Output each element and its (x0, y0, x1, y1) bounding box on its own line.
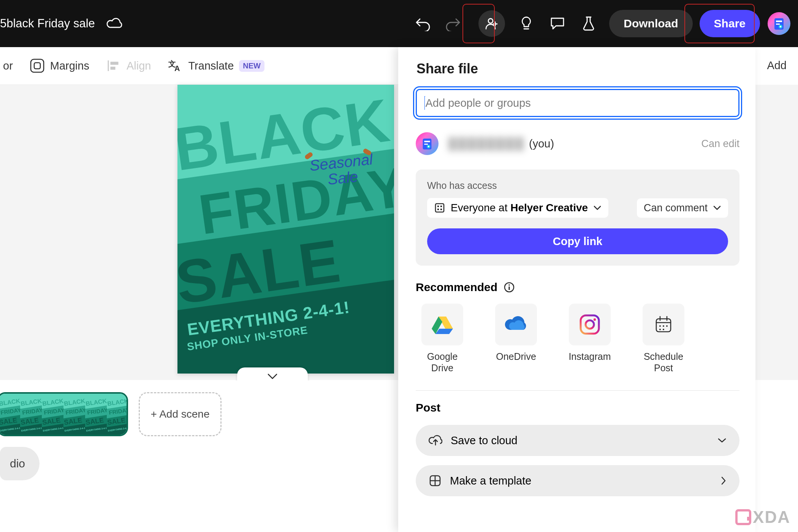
user-avatar[interactable] (768, 12, 790, 35)
svg-point-48 (663, 329, 664, 330)
svg-rect-2 (776, 21, 782, 22)
poster-canvas[interactable]: BLACK FRIDAY SALE EVERYTHING 2-4-1! SHOP… (177, 85, 394, 374)
svg-rect-29 (437, 209, 439, 210)
svg-rect-3 (776, 24, 780, 25)
redo-button[interactable] (445, 16, 461, 31)
toolbar-margins[interactable]: Margins (30, 58, 89, 73)
toolbar-translate-label: Translate (188, 60, 234, 72)
svg-point-47 (659, 329, 661, 330)
highlight-invite (462, 4, 495, 43)
svg-point-5 (780, 26, 781, 27)
toolbar-align: Align (106, 58, 151, 73)
post-save-cloud[interactable]: Save to cloud (416, 425, 739, 456)
post-make-template[interactable]: Make a template (416, 465, 739, 496)
rec-google-drive[interactable]: Google Drive (416, 304, 469, 374)
svg-rect-33 (508, 287, 510, 290)
svg-rect-6 (31, 59, 44, 72)
svg-point-32 (508, 284, 510, 286)
top-bar: 5black Friday sale (0, 0, 798, 47)
svg-rect-23 (424, 144, 428, 145)
org-access-dropdown[interactable]: Everyone at Helyer Creative (427, 198, 608, 218)
share-input[interactable] (416, 89, 739, 117)
document-title[interactable]: 5black Friday sale (0, 17, 95, 30)
svg-rect-7 (34, 63, 40, 69)
beaker-icon[interactable] (579, 14, 598, 33)
svg-point-39 (594, 318, 596, 321)
owner-avatar (416, 132, 439, 155)
comment-icon[interactable] (548, 14, 567, 33)
rec-onedrive[interactable]: OneDrive (489, 304, 543, 374)
post-section-title: Post (416, 401, 739, 414)
svg-point-46 (666, 325, 668, 327)
svg-point-38 (586, 320, 594, 329)
undo-button[interactable] (415, 16, 431, 31)
access-title: Who has access (427, 180, 728, 191)
svg-rect-26 (435, 204, 444, 212)
svg-rect-22 (424, 141, 430, 142)
svg-rect-37 (581, 315, 599, 334)
access-permission-dropdown[interactable]: Can comment (637, 198, 728, 218)
add-scene-button[interactable]: + Add scene (139, 392, 222, 436)
info-icon[interactable] (504, 282, 515, 293)
download-button[interactable]: Download (609, 10, 692, 37)
chevron-down-icon (717, 437, 727, 443)
scene-thumbnail[interactable]: BLACK FRIDAY SALE EVERYTHING 2-4-1! (0, 392, 128, 436)
highlight-share (684, 4, 755, 43)
chevron-right-icon (720, 476, 727, 485)
xda-watermark: XDA (735, 508, 790, 527)
svg-rect-27 (437, 206, 439, 207)
copy-link-button[interactable]: Copy link (427, 228, 728, 254)
owner-you-label: (you) (529, 138, 554, 150)
owner-permission: Can edit (701, 138, 739, 150)
share-panel-title: Share file (416, 61, 739, 77)
new-badge: NEW (239, 60, 264, 72)
rec-instagram[interactable]: Instagram (563, 304, 616, 374)
svg-rect-9 (111, 62, 118, 65)
share-panel: Share file ████████ (you) Can edit Wh (398, 47, 755, 532)
svg-rect-28 (440, 206, 442, 207)
toolbar-translate[interactable]: 文A Translate NEW (168, 58, 264, 73)
owner-row: ████████ (you) Can edit (416, 132, 739, 155)
svg-rect-10 (111, 67, 115, 70)
share-input-field[interactable] (425, 97, 731, 110)
recommended-title: Recommended (416, 281, 739, 294)
svg-marker-36 (435, 329, 453, 334)
rec-schedule[interactable]: Schedule Post (637, 304, 690, 374)
svg-text:A: A (174, 64, 180, 73)
cloud-sync-icon[interactable] (106, 17, 123, 30)
access-box: Who has access Everyone at Helyer Creati… (416, 169, 739, 266)
owner-name-redacted: ████████ (448, 137, 525, 150)
svg-point-44 (659, 325, 661, 327)
svg-rect-30 (440, 209, 442, 210)
toolbar-margins-label: Margins (50, 60, 89, 72)
hint-icon[interactable] (516, 14, 536, 33)
toolbar-cutoff-label: or (3, 60, 13, 72)
svg-point-45 (663, 325, 664, 327)
toolbar-align-label: Align (127, 60, 151, 72)
recommended-grid: Google Drive OneDrive Instagram Schedule… (416, 304, 739, 374)
add-button[interactable]: Add (767, 59, 787, 72)
svg-point-25 (428, 146, 429, 147)
